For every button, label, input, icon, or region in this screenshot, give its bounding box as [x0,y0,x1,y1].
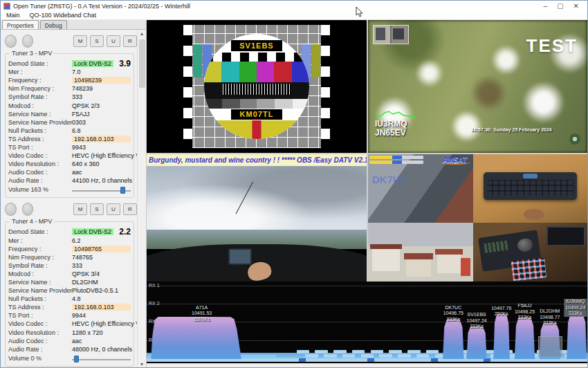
mini-spectrum-graphic [375,110,416,118]
m-button[interactable]: M [73,203,87,215]
signal-margin-value: 3.9 [119,59,131,68]
msur-button-group: MSUR [73,35,137,47]
close-button[interactable]: ✕ [573,3,579,10]
property-label: Symbol Rate : [8,93,72,100]
wideband-spectrum-display[interactable]: RX 1RX 2RX 3RX 4A71A10491.531500KsDK7UC1… [147,282,587,363]
video-feed-testcard[interactable]: SV1EBS KM07TL [147,20,367,153]
property-label: Video Resolution : [8,329,72,336]
minimize-button[interactable]: – [544,3,548,10]
signal-label: SV1EBS10497.24333Ks [467,312,487,330]
mouse-cursor [356,7,364,18]
property-value: HEVC (High Efficiency Video [72,152,137,159]
property-row: Demod State :Lock DVB-S22.2 [8,228,131,236]
tuner-group-title: Tuner 3 - MPV [10,50,54,57]
property-label: Symbol Rate : [8,262,72,269]
status-led-icon [22,203,34,216]
property-label: TS Address : [8,136,72,142]
property-value: 333 [72,262,82,269]
properties-panel: Properties Debug MSURTuner 3 - MPVDemod … [1,20,147,368]
property-label: TS Address : [8,304,72,311]
signal-peak-10497.76 [493,314,510,359]
property-row: Video Codec :HEVC (High Efficiency Video [8,320,131,328]
video-feed-cockpit[interactable]: Burgundy, mustard and wine country ! ! *… [147,154,367,282]
property-value: Lock DVB-S2 [72,60,113,67]
rx-marker-label: RX 1 [149,283,160,288]
volume-label: Volume 0 % [8,355,72,362]
property-row: Service Name :DL2GHM [8,278,131,286]
tab-properties[interactable]: Properties [2,20,39,29]
property-label: Demod State : [8,60,72,67]
r-button[interactable]: R [123,35,137,47]
video-feed-shack[interactable]: AMSAT DK7UC [368,154,587,282]
property-row: TS Address :192.168.0.103 [8,303,131,311]
scroll-down-icon[interactable]: ▼ [138,360,146,368]
property-row: Modcod :QPSK 2/3 [8,101,131,109]
signal-peak-F5AJJ [515,318,535,359]
test-overlay: TEST [526,35,578,57]
slider-thumb[interactable] [120,187,125,194]
property-value: 748239 [72,85,93,92]
title-bar[interactable]: Open Tuner (ZR6TG) - 0.A Test Version - … [1,1,587,11]
signal-label: DL2GHM10498.77333Ks [540,309,560,326]
scroll-up-icon[interactable]: ▲ [138,30,146,38]
tuner-groupbox: Tuner 4 - MPVDemod State :Lock DVB-S22.2… [5,221,134,366]
property-value: 10498765 [72,246,131,252]
property-label: Audio Rate : [8,346,72,353]
scrollbar-thumb[interactable] [139,39,145,88]
signal-margin-value: 2.2 [119,227,131,237]
property-value: aac [72,169,82,176]
property-row: TS Port :9944 [8,311,131,320]
property-label: Null Packets : [8,295,72,302]
radio-shack-photo [473,223,587,282]
property-value: 748765 [72,254,93,261]
maximize-button[interactable]: ▢ [557,3,563,10]
tuner-properties-list: MSURTuner 3 - MPVDemod State :Lock DVB-S… [1,30,137,368]
menu-main[interactable]: Main [6,12,20,19]
property-value: 48000 Hz, 0 channels [72,346,132,353]
testcard-callsign: SV1EBS [231,40,282,51]
bandplan-marker [299,358,306,362]
r-button[interactable]: R [123,203,137,215]
bandplan-segment [352,350,365,353]
signal-peak-IU3NMQ [567,313,587,359]
bandplan-segment [398,354,410,358]
property-label: Modcod : [8,270,72,277]
property-value: QPSK 3/4 [72,270,100,277]
u-button[interactable]: U [107,203,120,215]
property-value: 10498239 [72,77,131,84]
m-button[interactable]: M [73,35,87,47]
operator-inset-photo [373,25,409,44]
panel-scrollbar[interactable]: ▲ ▼ [137,30,146,368]
property-row: Audio Rate :44100 Hz, 0 channels [8,176,131,185]
tab-debug[interactable]: Debug [40,20,67,29]
s-button[interactable]: S [90,203,104,215]
bandplan-segment [333,350,346,353]
bandplan-segment [342,354,355,358]
property-value: 640 x 360 [72,160,100,167]
bandplan-segment [371,350,383,353]
property-row: Nim Frequency :748765 [8,253,131,261]
menu-qo100-wideband-chat[interactable]: QO-100 Wideband Chat [30,12,97,19]
property-label: Audio Rate : [8,177,72,184]
property-value: 0303 [72,119,86,126]
s-button[interactable]: S [90,35,104,47]
bandplan-segment [324,354,336,358]
u-button[interactable]: U [107,35,120,47]
flowers-locator: JN65EV [375,129,407,138]
slider-thumb[interactable] [74,356,79,362]
window-title: Open Tuner (ZR6TG) - 0.A Test Version - … [13,3,544,10]
signal-label: 10497.76250Ks [491,306,511,318]
bandplan-segment [416,354,429,358]
volume-slider[interactable] [72,186,131,193]
property-label: Mer : [8,68,72,75]
amsat-logo: AMSAT [443,156,467,164]
property-value: aac [72,338,82,344]
property-value: QPSK 2/3 [72,102,100,109]
property-value: HEVC (High Efficiency Video [72,320,137,327]
antenna-photo: AMSAT DK7UC [368,154,473,223]
instrument-screen [228,248,252,265]
volume-slider[interactable] [72,355,131,362]
status-led-icon [22,35,34,48]
slider-track [72,359,131,360]
video-feed-flowers[interactable]: TEST IU3RMQ JN65EV 10:57:30: Sunday 25 F… [368,20,587,153]
